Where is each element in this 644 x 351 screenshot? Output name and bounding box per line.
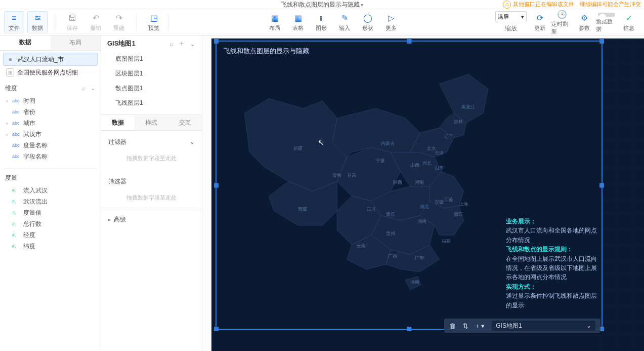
data-icon: ≋ bbox=[34, 13, 41, 23]
refresh-button[interactable]: ⟳更新 bbox=[529, 11, 551, 33]
redo-icon: ↷ bbox=[116, 13, 122, 23]
config-tabs: 数据样式交互 bbox=[101, 114, 202, 131]
component-header: GIS地图1 ⌕ + ⌄ bbox=[101, 35, 202, 52]
preview-button[interactable]: ◳预览 bbox=[144, 11, 164, 33]
chevron-down-icon[interactable]: ⌄ bbox=[190, 138, 195, 145]
preview-data-switch[interactable] bbox=[598, 13, 615, 17]
resize-handle-bl[interactable] bbox=[214, 327, 219, 331]
file-button[interactable]: ≡文件 bbox=[4, 11, 24, 33]
province-label: 青海 bbox=[332, 173, 341, 178]
input-button[interactable]: ✎输入 bbox=[334, 11, 355, 33]
zoom-button[interactable]: 满屏▾缩放 bbox=[493, 11, 529, 33]
zoom-select[interactable]: 满屏▾ bbox=[495, 11, 527, 22]
chevron-down-icon[interactable]: ⌄ bbox=[91, 85, 96, 92]
province-label: 广东 bbox=[415, 255, 424, 260]
resize-handle-tr[interactable] bbox=[599, 39, 604, 44]
dimension-field[interactable]: abc字段名称 bbox=[3, 151, 98, 162]
canvas-grid bbox=[603, 38, 644, 351]
schedule-button[interactable]: 🕓定时刷新 bbox=[551, 11, 573, 33]
left-tab-0[interactable]: 数据 bbox=[0, 35, 51, 50]
chevron-down-icon[interactable]: ⌄ bbox=[190, 40, 196, 48]
dimension-field[interactable]: abc度量名称 bbox=[3, 140, 98, 151]
layer-item[interactable]: 飞线图层1 bbox=[101, 96, 202, 110]
measure-field[interactable]: #.度量值 bbox=[3, 207, 98, 218]
shape-button[interactable]: ◯形状 bbox=[358, 11, 378, 33]
dimension-field[interactable]: ›abc时间 bbox=[3, 95, 98, 106]
resize-handle-ml[interactable] bbox=[214, 183, 219, 187]
selected-component[interactable]: 飞线和散点图层的显示与隐藏 bbox=[216, 41, 603, 330]
dashboard-frame: 飞线和散点图层的显示与隐藏 bbox=[211, 38, 644, 351]
filter-drop-zone[interactable]: 拖拽数据字段至此处 bbox=[108, 151, 195, 165]
measures-header: 度量 bbox=[0, 171, 101, 185]
resize-handle-bm[interactable] bbox=[407, 327, 411, 331]
layer-item[interactable]: 散点图层1 bbox=[101, 81, 202, 96]
config-tab-2[interactable]: 交互 bbox=[168, 115, 202, 130]
province-label: 湖南 bbox=[417, 219, 426, 224]
dimensions-label: 维度 bbox=[5, 84, 17, 93]
add-icon[interactable]: + ▾ bbox=[476, 322, 485, 330]
layer-icon[interactable]: ⇅ bbox=[463, 322, 468, 330]
left-panel: 数据布局 ≡武汉人口流动_市⊞全国便民服务网点明细 维度 ⌕⌄ ›abc时间ab… bbox=[0, 35, 101, 351]
measure-field[interactable]: #.流入武汉 bbox=[3, 185, 98, 196]
data-button[interactable]: ≋数据 bbox=[27, 11, 48, 33]
measure-field[interactable]: #.纬度 bbox=[3, 241, 98, 252]
component-title[interactable]: GIS地图1 bbox=[107, 39, 136, 48]
title-bar: 飞线和散点图层的显示与隐藏 其他窗口正在编辑该文件，继续编辑可能会产生冲突 bbox=[0, 0, 644, 9]
table-button[interactable]: ▦表格 bbox=[288, 11, 308, 33]
measure-field[interactable]: #.总行数 bbox=[3, 218, 98, 229]
resize-handle-tm[interactable] bbox=[407, 39, 411, 44]
add-icon[interactable]: + bbox=[180, 40, 184, 48]
dataset-icon: ⊞ bbox=[6, 68, 14, 76]
layer-item[interactable]: 底图图层1 bbox=[101, 52, 202, 66]
dimension-field[interactable]: ›abc城市 bbox=[3, 118, 98, 129]
province-label: 重庆 bbox=[386, 212, 395, 217]
table-icon: ▦ bbox=[294, 13, 302, 23]
more-button[interactable]: ▷更多 bbox=[381, 11, 401, 33]
search-icon[interactable]: ⌕ bbox=[169, 40, 174, 48]
undo-button[interactable]: ↶撤销 bbox=[85, 11, 106, 33]
resize-handle-mr[interactable] bbox=[599, 183, 604, 187]
config-tab-1[interactable]: 样式 bbox=[135, 115, 168, 130]
province-label: 北京 bbox=[427, 146, 436, 151]
province-label: 贵州 bbox=[386, 231, 395, 236]
info-button[interactable]: ✓信息 bbox=[618, 11, 640, 33]
measure-field[interactable]: #.武汉流出 bbox=[3, 196, 98, 207]
screen-section-header[interactable]: 筛选器 bbox=[108, 175, 195, 187]
toolbar-separator bbox=[168, 13, 168, 31]
toolbar-label: 预览 bbox=[148, 24, 159, 32]
redo-button[interactable]: ↷重做 bbox=[109, 11, 129, 33]
layer-item[interactable]: 区块图层1 bbox=[101, 66, 202, 81]
dataset-item[interactable]: ≡武汉人口流动_市 bbox=[3, 53, 98, 66]
document-title[interactable]: 飞线和散点图层的显示与隐藏 bbox=[281, 1, 364, 9]
resize-handle-tl[interactable] bbox=[214, 39, 219, 44]
params-icon: ⚙ bbox=[581, 13, 588, 23]
hash-icon: #. bbox=[12, 232, 23, 238]
search-icon[interactable]: ⌕ bbox=[82, 85, 85, 92]
component-selector[interactable]: GIS地图1⌄ bbox=[492, 321, 595, 331]
layout-button[interactable]: ▦布局 bbox=[265, 11, 285, 33]
dimension-field[interactable]: abc省份 bbox=[3, 106, 98, 118]
screen-drop-zone[interactable]: 拖拽数据字段至此处 bbox=[108, 190, 195, 205]
filter-section-header[interactable]: 过滤器 ⌄ bbox=[108, 136, 195, 148]
left-tab-1[interactable]: 布局 bbox=[51, 35, 101, 50]
save-button[interactable]: 🖫保存 bbox=[62, 11, 82, 33]
params-button[interactable]: ⚙参数 bbox=[573, 11, 595, 33]
shape-icon: ◯ bbox=[363, 13, 372, 23]
config-tab-0[interactable]: 数据 bbox=[101, 115, 135, 130]
province-label: 西藏 bbox=[298, 207, 307, 212]
previewdata-button[interactable]: 预览数据 bbox=[595, 11, 618, 33]
screen-label: 筛选器 bbox=[108, 177, 126, 186]
save-icon: 🖫 bbox=[68, 13, 76, 23]
delete-icon[interactable]: 🗑 bbox=[449, 322, 456, 330]
china-map[interactable]: 黑龙江吉林辽宁北京天津河北山西山东内蒙古新疆甘肃青海宁夏陕西河南湖北安徽江苏上海… bbox=[223, 55, 500, 303]
advanced-section[interactable]: 高级 bbox=[101, 210, 202, 229]
hash-icon: #. bbox=[12, 221, 23, 226]
province-label: 新疆 bbox=[293, 146, 303, 151]
dimension-field[interactable]: ›abc武汉市 bbox=[3, 129, 98, 140]
measure-field[interactable]: #.经度 bbox=[3, 229, 98, 241]
province-label: 云南 bbox=[357, 243, 366, 248]
province-label: 湖北 bbox=[420, 204, 429, 209]
dataset-item[interactable]: ⊞全国便民服务网点明细 bbox=[3, 66, 98, 79]
design-canvas[interactable]: 飞线和散点图层的显示与隐藏 bbox=[202, 35, 644, 351]
chart-button[interactable]: ⫾图形 bbox=[311, 11, 331, 33]
